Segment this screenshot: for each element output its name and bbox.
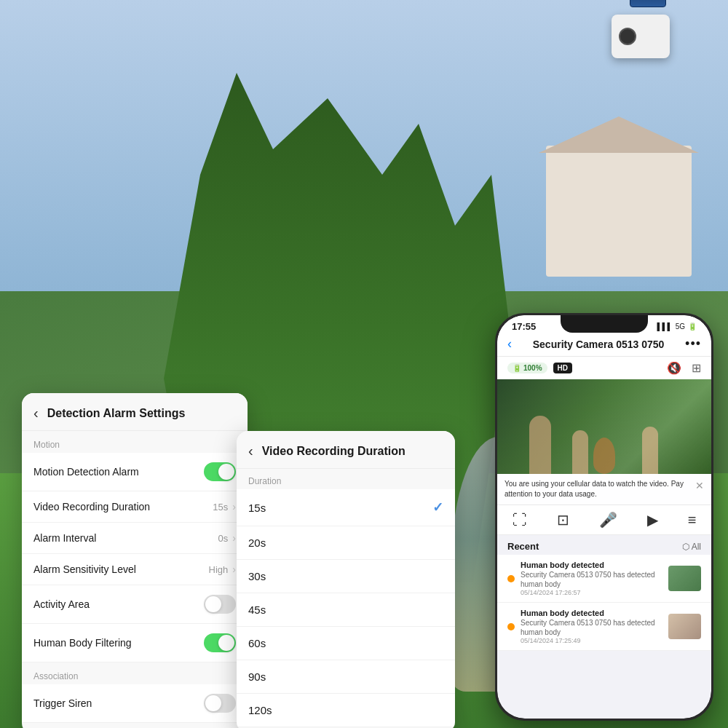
video-recording-duration-row[interactable]: Video Recording Duration 15s › <box>22 491 248 523</box>
duration-15s-label: 15s <box>248 502 266 514</box>
battery-icon: 🔋 <box>688 323 697 331</box>
duration-15s-check: ✓ <box>432 499 443 515</box>
duration-back-button[interactable]: ‹ <box>248 443 253 459</box>
human-body-filtering-row: Human Body Filtering <box>22 624 248 662</box>
motion-detection-toggle[interactable] <box>204 462 236 481</box>
status-icons: ▌▌▌ 5G 🔋 <box>657 323 697 331</box>
duration-option-90s[interactable]: 90s <box>237 660 455 694</box>
duration-45s-label: 45s <box>248 604 266 616</box>
alarm-interval-chevron: › <box>232 532 236 544</box>
human-body-filtering-toggle[interactable] <box>204 633 236 652</box>
house-bg <box>546 146 692 277</box>
alert-thumbnail-2 <box>668 614 701 639</box>
trigger-siren-toggle[interactable] <box>204 694 236 713</box>
recent-label: Recent <box>507 541 539 552</box>
detection-back-button[interactable]: ‹ <box>33 405 39 422</box>
alert-text-1: Human body detected Security Camera 0513… <box>521 561 662 596</box>
alert-thumb-image-1 <box>668 566 701 591</box>
playback-icon[interactable]: ▶ <box>647 511 658 529</box>
video-person-3 <box>642 427 658 474</box>
alarm-interval-value: 0s <box>218 533 229 544</box>
duration-panel-title: Video Recording Duration <box>262 445 405 458</box>
activity-area-row: Activity Area <box>22 585 248 624</box>
data-warning-text: You are using your cellular data to watc… <box>505 479 691 499</box>
phone-mockup: 17:55 ▌▌▌ 5G 🔋 ‹ Security Camera 0513 07… <box>495 313 713 721</box>
phone-body: 17:55 ▌▌▌ 5G 🔋 ‹ Security Camera 0513 07… <box>495 313 713 721</box>
alarm-sensitivity-chevron: › <box>232 563 236 575</box>
signal-bars-icon: ▌▌▌ <box>657 323 672 331</box>
video-recording-duration-label: Video Recording Duration <box>33 501 150 513</box>
video-person-1 <box>529 416 551 474</box>
duration-option-20s[interactable]: 20s <box>237 526 455 560</box>
camera-name-title: Security Camera 0513 0750 <box>533 339 665 350</box>
data-warning-banner: You are using your cellular data to watc… <box>497 474 711 505</box>
alert-item-2[interactable]: Human body detected Security Camera 0513… <box>497 603 711 651</box>
camera-right-icons: 🔇 ⊞ <box>667 361 701 375</box>
alert-thumb-image-2 <box>668 614 701 639</box>
alert-thumbnail-1 <box>668 566 701 591</box>
hd-quality-badge: HD <box>553 363 572 373</box>
alert-time-2: 05/14/2024 17:25:49 <box>521 637 662 644</box>
alert-dot-2 <box>507 623 515 630</box>
motion-detection-alarm-label: Motion Detection Alarm <box>33 466 139 478</box>
human-body-filtering-label: Human Body Filtering <box>33 637 132 649</box>
duration-option-60s[interactable]: 60s <box>237 627 455 660</box>
video-recording-duration-control: 15s › <box>213 501 236 513</box>
detection-panel-title: Detection Alarm Settings <box>47 407 186 420</box>
alarm-sensitivity-label: Alarm Sensitivity Level <box>33 563 136 575</box>
fullscreen-icon[interactable]: ⛶ <box>513 512 527 529</box>
data-warning-close-button[interactable]: ✕ <box>695 479 704 494</box>
menu-icon[interactable]: ≡ <box>688 512 697 529</box>
duration-section-label: Duration <box>237 469 455 489</box>
human-body-filtering-control <box>204 633 236 652</box>
phone-notch <box>561 315 648 333</box>
network-type-label: 5G <box>676 323 685 331</box>
mute-icon[interactable]: 🔇 <box>667 361 681 375</box>
video-recording-duration-value: 15s <box>213 502 228 513</box>
alert-title-2: Human body detected <box>521 609 662 617</box>
battery-percentage: 100% <box>523 364 542 372</box>
video-preview[interactable] <box>497 379 711 474</box>
detection-panel-header: ‹ Detection Alarm Settings <box>22 393 248 431</box>
video-dog <box>593 438 615 474</box>
camera-back-button[interactable]: ‹ <box>507 336 512 352</box>
recent-header: Recent ⬡ All <box>497 535 711 555</box>
motion-detection-alarm-control <box>204 462 236 481</box>
alert-desc-1: Security Camera 0513 0750 has detected h… <box>521 570 662 589</box>
association-section-label: Association <box>22 662 248 684</box>
duration-20s-label: 20s <box>248 537 266 549</box>
detection-alarm-panel: ‹ Detection Alarm Settings Motion Motion… <box>22 393 248 728</box>
alarm-sensitivity-control: High › <box>209 563 236 575</box>
security-camera-device <box>612 15 670 58</box>
activity-area-label: Activity Area <box>33 598 90 610</box>
alarm-interval-control: 0s › <box>218 532 236 544</box>
screenshot-icon[interactable]: ⊡ <box>557 511 569 529</box>
activity-area-toggle[interactable] <box>204 595 236 614</box>
alert-item-1[interactable]: Human body detected Security Camera 0513… <box>497 555 711 603</box>
duration-option-45s[interactable]: 45s <box>237 593 455 627</box>
alarm-interval-label: Alarm Interval <box>33 532 96 544</box>
duration-option-120s[interactable]: 120s <box>237 694 455 727</box>
motion-detection-alarm-row: Motion Detection Alarm <box>22 453 248 491</box>
duration-option-30s[interactable]: 30s <box>237 560 455 593</box>
alert-title-1: Human body detected <box>521 561 662 569</box>
more-options-button[interactable]: ••• <box>685 336 701 352</box>
alarm-sensitivity-value: High <box>209 564 229 575</box>
layout-icon[interactable]: ⊞ <box>692 361 701 375</box>
trigger-siren-toggle-knob <box>205 695 221 711</box>
video-duration-panel: ‹ Video Recording Duration Duration 15s … <box>237 431 455 728</box>
battery-badge: 🔋 100% <box>507 363 547 373</box>
control-bar: ⛶ ⊡ 🎤 ▶ ≡ <box>497 505 711 535</box>
duration-panel-header: ‹ Video Recording Duration <box>237 431 455 469</box>
alarm-sensitivity-row[interactable]: Alarm Sensitivity Level High › <box>22 554 248 585</box>
all-filter-button[interactable]: ⬡ All <box>682 542 701 552</box>
microphone-icon[interactable]: 🎤 <box>599 511 617 529</box>
alarm-interval-row[interactable]: Alarm Interval 0s › <box>22 523 248 554</box>
motion-detection-toggle-knob <box>218 464 234 480</box>
duration-option-15s[interactable]: 15s ✓ <box>237 489 455 526</box>
duration-30s-label: 30s <box>248 570 266 582</box>
trigger-siren-label: Trigger Siren <box>33 697 92 709</box>
camera-app-header: ‹ Security Camera 0513 0750 ••• <box>497 332 711 357</box>
motion-section-label: Motion <box>22 431 248 453</box>
camera-status-row: 🔋 100% HD 🔇 ⊞ <box>497 357 711 379</box>
